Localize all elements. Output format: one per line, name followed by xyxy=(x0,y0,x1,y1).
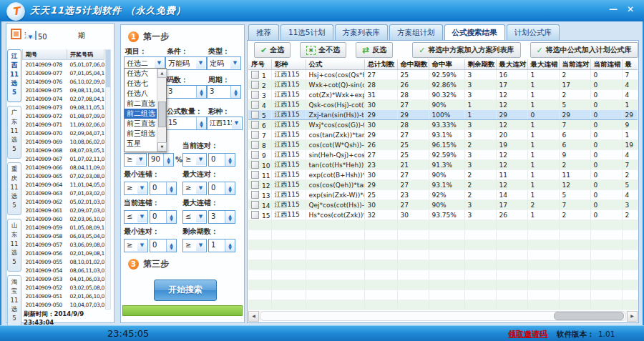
history-row[interactable]: 20140909-068 08,07,03,05,11 xyxy=(23,146,104,154)
table-row[interactable]: 5 江西115 Zxj-tan(sin(Hs))-ta… 29 29 100% … xyxy=(248,110,638,120)
history-row[interactable]: 20140909-077 07,01,05,04,10 xyxy=(23,69,104,77)
cycle-spinner[interactable]: 3 ▲▼ xyxy=(207,85,241,99)
result-tab[interactable]: 推荐 xyxy=(248,24,279,40)
row-checkbox[interactable] xyxy=(251,131,259,139)
dropdown-option[interactable]: 任选七 xyxy=(125,79,157,89)
history-row[interactable]: 20140909-055 08,10,01,02,03 xyxy=(23,257,104,266)
spinner-arrows-icon[interactable]: ▲▼ xyxy=(163,154,173,166)
lottery-select[interactable]: 江西115 ▼ xyxy=(207,117,243,130)
row-checkbox[interactable] xyxy=(251,211,259,219)
scroll-up-icon[interactable]: ▲ xyxy=(157,69,167,78)
column-header[interactable]: 最 xyxy=(622,59,638,70)
row-checkbox[interactable] xyxy=(251,191,259,199)
dropdown-option[interactable]: 任选六 xyxy=(125,69,157,79)
table-row[interactable]: 10 江西115 tan(cot(Hs*Heh))*… 23 21 91.3% … xyxy=(248,160,638,170)
result-tab[interactable]: 公式搜索结果 xyxy=(444,24,505,41)
table-row[interactable]: 4 江西115 Qsk-cos(Hsj)-cot(S)… 30 27 90% 1… xyxy=(248,100,638,110)
row-checkbox[interactable] xyxy=(251,161,259,169)
value-spinner[interactable]: 0 ▲▼ xyxy=(150,182,177,195)
history-row[interactable]: 20140909-062 05,02,01,03,08 xyxy=(23,197,104,206)
spinner-arrows-icon[interactable]: ▲▼ xyxy=(166,239,176,252)
history-row[interactable]: 20140909-074 02,07,08,04,10 xyxy=(23,94,104,103)
recent-count-select[interactable]: 50 ▼ xyxy=(35,31,36,40)
spinner-arrows-icon[interactable]: ▲▼ xyxy=(225,182,235,194)
scroll-left-icon[interactable]: ◀ xyxy=(248,311,259,322)
dropdown-option[interactable]: 前三直选 xyxy=(125,119,157,129)
column-header[interactable]: 最大连对 xyxy=(496,59,527,70)
table-row[interactable]: 8 江西115 cos(cot(W*Qsh))-c… 26 25 96.15% … xyxy=(248,140,638,150)
dropdown-option[interactable]: 前二直选 xyxy=(125,99,157,109)
scroll-down-icon[interactable]: ▼ xyxy=(157,142,167,152)
row-checkbox[interactable] xyxy=(251,81,259,89)
row-checkbox[interactable] xyxy=(251,141,259,149)
spinner-arrows-icon[interactable]: ▲▼ xyxy=(166,182,176,194)
history-row[interactable]: 20140909-067 01,07,02,11,04 xyxy=(23,154,104,163)
result-tab[interactable]: 计划公式库 xyxy=(507,24,560,40)
spinner-arrows-icon[interactable]: ▲▼ xyxy=(230,86,240,98)
spinner-arrows-icon[interactable]: ▲▼ xyxy=(196,117,206,129)
row-checkbox[interactable] xyxy=(251,91,259,99)
history-row[interactable]: 20140909-076 06,10,02,09,08 xyxy=(23,77,104,86)
operator-select[interactable]: ≥ ▼ xyxy=(182,182,207,195)
column-header[interactable]: 序号 xyxy=(248,59,271,70)
column-header[interactable]: 彩种 xyxy=(271,59,306,70)
operator-select[interactable]: ≥ ▼ xyxy=(124,182,148,195)
condition-select[interactable]: 万能码 ▼ xyxy=(165,56,207,70)
table-row[interactable]: 7 江西115 cos(tan(Zxk))*tan(… 29 27 93.1% … xyxy=(248,130,638,140)
spinner-arrows-icon[interactable]: ▲▼ xyxy=(225,211,235,223)
history-row[interactable]: 20140909-060 02,03,06,10,04 xyxy=(23,214,104,223)
history-row[interactable]: 20140909-053 04,01,06,03,05 xyxy=(23,275,104,283)
history-row[interactable]: 20140909-052 03,02,05,08,07 xyxy=(23,283,104,292)
table-row[interactable]: 6 江西115 Wxj*cos(cos(G))-ta… 30 28 93.33%… xyxy=(248,120,638,130)
scrollbar-thumb[interactable] xyxy=(554,312,624,320)
spinner-arrows-icon[interactable]: ▲▼ xyxy=(225,239,235,252)
dropdown-option[interactable]: 前二组选 xyxy=(125,109,157,119)
history-scrollbar[interactable] xyxy=(105,49,111,310)
table-row[interactable]: 14 江西115 Qej*cos(cot(Hs))-si… 30 27 90% … xyxy=(248,200,638,210)
history-row[interactable]: 20140909-050 10,04,07,03,02 xyxy=(23,300,104,309)
result-tab[interactable]: 方案列表库 xyxy=(335,24,389,40)
column-header[interactable]: 命中率 xyxy=(429,59,464,70)
column-header[interactable]: 总计划数 xyxy=(364,59,397,70)
history-row[interactable]: 20140909-065 07,02,03,08,04 xyxy=(23,172,104,180)
row-checkbox[interactable] xyxy=(251,71,259,79)
column-header[interactable]: 最大连错 xyxy=(527,59,559,70)
history-row[interactable]: 20140909-071 11,09,02,06,03 xyxy=(23,120,104,129)
spinner-arrows-icon[interactable]: ▲▼ xyxy=(196,86,206,98)
scroll-right-icon[interactable]: ▶ xyxy=(627,311,638,322)
operator-select[interactable]: ≤ ▼ xyxy=(124,210,148,224)
side-tab[interactable]: 山 东 11 选 5 xyxy=(7,219,21,272)
dropdown-option[interactable]: 任选八 xyxy=(125,89,157,99)
history-row[interactable]: 20140909-072 01,08,07,09,05 xyxy=(23,112,104,120)
value-spinner[interactable]: 0 ▲▼ xyxy=(150,239,177,252)
value-spinner[interactable]: 0 ▲▼ xyxy=(208,153,235,167)
row-checkbox[interactable] xyxy=(251,201,259,209)
column-header[interactable]: 剩余期数 xyxy=(464,59,496,70)
side-tab[interactable]: 重 庆 11 选 5 xyxy=(7,162,21,215)
invert-selection-button[interactable]: ⇄ 反选 xyxy=(356,42,393,58)
spinner-arrows-icon[interactable]: ▲▼ xyxy=(166,211,176,223)
history-row[interactable]: 20140909-054 08,06,11,03,07 xyxy=(23,266,104,275)
side-tab[interactable]: 江 西 11 选 5 xyxy=(7,49,21,102)
table-row[interactable]: 3 江西115 cot(Zx)*Wxk+exp(… 31 28 90.32% 3… xyxy=(248,90,638,100)
column-header-period[interactable]: 期号 xyxy=(23,49,67,60)
minimize-button[interactable]: — xyxy=(605,4,621,16)
operator-select[interactable]: ≥ ▼ xyxy=(182,239,207,252)
select-all-button[interactable]: ✔ 全选 xyxy=(254,42,291,58)
history-row[interactable]: 20140909-058 06,03,05,04,08 xyxy=(23,232,104,240)
table-row[interactable]: 2 江西115 Wxk+cot(Q)-sin(co… 28 26 92.86% … xyxy=(248,80,638,90)
result-tab[interactable]: 方案组计划 xyxy=(389,24,443,40)
column-header[interactable]: 当前连错 xyxy=(590,59,622,70)
history-row[interactable]: 20140909-064 11,01,04,05,08 xyxy=(23,180,104,189)
history-row[interactable]: 20140909-078 05,01,07,06,08 xyxy=(23,60,104,69)
digits-spinner[interactable]: 3 ▲▼ xyxy=(165,85,207,99)
column-header[interactable]: 命中期数 xyxy=(397,59,429,70)
row-checkbox[interactable] xyxy=(251,171,259,179)
formula-count-spinner[interactable]: 15 ▲▼ xyxy=(165,117,207,130)
row-checkbox[interactable] xyxy=(251,101,259,109)
column-header[interactable]: 当前连对 xyxy=(559,59,590,70)
side-tab[interactable]: 广 东 11 选 5 xyxy=(7,106,21,159)
operator-select[interactable]: ≤ ▼ xyxy=(182,210,207,224)
dropdown-option[interactable]: 前三组选 xyxy=(125,129,157,139)
history-row[interactable]: 20140909-063 07,01,03,02,08 xyxy=(23,189,104,197)
